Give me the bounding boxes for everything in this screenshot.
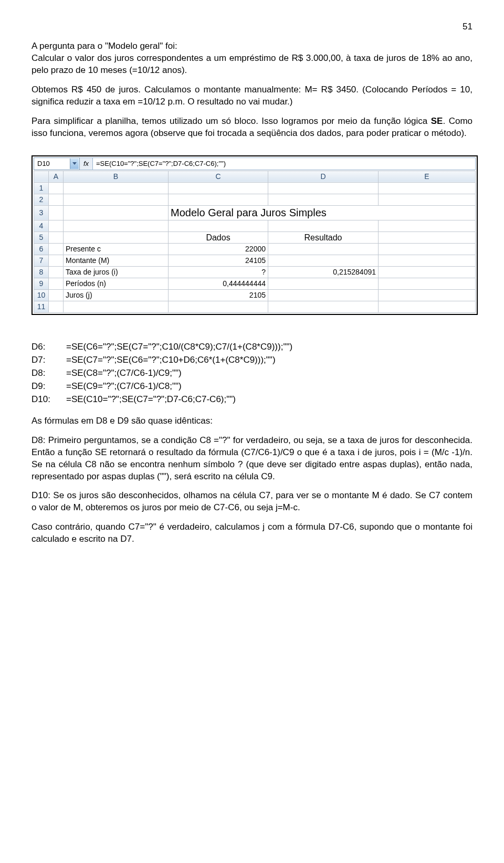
cell[interactable] — [64, 194, 169, 205]
col-header-B[interactable]: B — [64, 171, 169, 182]
page-number: 51 — [32, 21, 472, 33]
row-header[interactable]: 7 — [34, 255, 49, 267]
cell[interactable]: 2105 — [169, 290, 268, 301]
formula-value: =SE(C7="?";SE(C6="?";C10+D6;C6*(1+(C8*C9… — [66, 354, 276, 366]
text-bold: SE — [431, 116, 443, 126]
cell[interactable] — [49, 301, 64, 313]
cell[interactable] — [49, 267, 64, 278]
cell[interactable]: Montante (M) — [64, 255, 169, 267]
cell[interactable] — [49, 220, 64, 231]
cell[interactable]: Dados — [169, 231, 268, 244]
cell[interactable] — [64, 182, 169, 194]
cell[interactable] — [64, 220, 169, 231]
cell[interactable] — [49, 290, 64, 301]
cell[interactable] — [379, 220, 476, 231]
cell[interactable] — [379, 194, 476, 205]
cell[interactable] — [268, 290, 379, 301]
fx-icon[interactable]: fx — [80, 157, 93, 170]
cell[interactable] — [49, 205, 64, 220]
cell[interactable] — [379, 244, 476, 255]
cell[interactable] — [49, 182, 64, 194]
table-row: 9Períodos (n)0,444444444 — [34, 278, 476, 290]
text: A pergunta para o "Modelo geral" foi: — [32, 41, 177, 51]
cell[interactable]: 24105 — [169, 255, 268, 267]
formula-row: D10:=SE(C10="?";SE(C7="?";D7-C6;C7-C6);"… — [32, 394, 472, 406]
row-header[interactable]: 5 — [34, 231, 49, 244]
row-header[interactable]: 8 — [34, 267, 49, 278]
paragraph-7: Caso contrário, quando C7="?" é verdadei… — [32, 521, 472, 545]
cell[interactable] — [268, 220, 379, 231]
formula-key: D6: — [32, 341, 66, 353]
formula-value: =SE(C6="?";SE(C7="?";C10/(C8*C9);C7/(1+(… — [66, 341, 292, 353]
formula-value: =SE(C8="?";(C7/C6-1)/C9;"") — [66, 367, 182, 380]
dropdown-icon[interactable] — [70, 159, 79, 169]
cell[interactable] — [379, 301, 476, 313]
cell[interactable]: 0,215284091 — [268, 267, 379, 278]
cell[interactable]: 0,444444444 — [169, 278, 268, 290]
formula-row: D7:=SE(C7="?";SE(C6="?";C10+D6;C6*(1+(C8… — [32, 354, 472, 366]
table-row: 7Montante (M)24105 — [34, 255, 476, 267]
formula-key: D8: — [32, 367, 66, 380]
cell[interactable]: Taxa de juros (i) — [64, 267, 169, 278]
row-header[interactable]: 1 — [34, 182, 49, 194]
row-header[interactable]: 3 — [34, 205, 49, 220]
formula-input[interactable]: =SE(C10="?";SE(C7="?";D7-C6;C7-C6);"") — [93, 157, 476, 170]
cell[interactable] — [49, 194, 64, 205]
corner-cell[interactable] — [34, 171, 49, 182]
cell[interactable] — [268, 194, 379, 205]
formula-key: D10: — [32, 394, 66, 406]
cell[interactable] — [169, 182, 268, 194]
row-header[interactable]: 11 — [34, 301, 49, 313]
cell[interactable] — [49, 255, 64, 267]
cell[interactable] — [268, 182, 379, 194]
col-header-A[interactable]: A — [49, 171, 64, 182]
cell[interactable] — [379, 278, 476, 290]
cell[interactable] — [64, 301, 169, 313]
cell[interactable] — [169, 301, 268, 313]
table-row: 4 — [34, 220, 476, 231]
cell[interactable] — [268, 278, 379, 290]
cell[interactable] — [268, 301, 379, 313]
row-header[interactable]: 9 — [34, 278, 49, 290]
cell[interactable] — [379, 182, 476, 194]
col-header-E[interactable]: E — [379, 171, 476, 182]
cell[interactable] — [379, 231, 476, 244]
name-box[interactable]: D10 — [34, 157, 80, 170]
row-header[interactable]: 6 — [34, 244, 49, 255]
row-header[interactable]: 2 — [34, 194, 49, 205]
cell[interactable] — [379, 267, 476, 278]
cell[interactable]: Períodos (n) — [64, 278, 169, 290]
col-header-C[interactable]: C — [169, 171, 268, 182]
cell[interactable]: Presente c — [64, 244, 169, 255]
cell[interactable] — [169, 220, 268, 231]
cell[interactable] — [379, 255, 476, 267]
cell[interactable] — [169, 194, 268, 205]
cell-reference: D10 — [37, 159, 50, 169]
cell[interactable]: Modelo Geral para Juros Simples — [169, 205, 476, 220]
cell[interactable]: ? — [169, 267, 268, 278]
row-header[interactable]: 10 — [34, 290, 49, 301]
row-header[interactable]: 4 — [34, 220, 49, 231]
cell[interactable] — [49, 244, 64, 255]
paragraph-1: A pergunta para o "Modelo geral" foi: Ca… — [32, 40, 472, 77]
paragraph-3: Para simplificar a planilha, temos utili… — [32, 115, 472, 140]
cell[interactable] — [268, 255, 379, 267]
cell[interactable] — [49, 278, 64, 290]
cell[interactable] — [268, 244, 379, 255]
formula-key: D7: — [32, 354, 66, 366]
cell[interactable] — [64, 231, 169, 244]
cell[interactable]: Juros (j) — [64, 290, 169, 301]
formula-value: =SE(C9="?";(C7/C6-1)/C8;"") — [66, 381, 182, 393]
table-row: 11 — [34, 301, 476, 313]
formula-row: D9:=SE(C9="?";(C7/C6-1)/C8;"") — [32, 381, 472, 393]
cell[interactable] — [49, 231, 64, 244]
table-row: 10Juros (j)2105 — [34, 290, 476, 301]
table-row: 5DadosResultado — [34, 231, 476, 244]
cell[interactable] — [64, 205, 169, 220]
col-header-D[interactable]: D — [268, 171, 379, 182]
cell[interactable] — [379, 290, 476, 301]
cell[interactable]: Resultado — [268, 231, 379, 244]
paragraph-2: Obtemos R$ 450 de juros. Calculamos o mo… — [32, 84, 472, 108]
cell[interactable]: 22000 — [169, 244, 268, 255]
column-headers-row: A B C D E — [34, 171, 476, 182]
